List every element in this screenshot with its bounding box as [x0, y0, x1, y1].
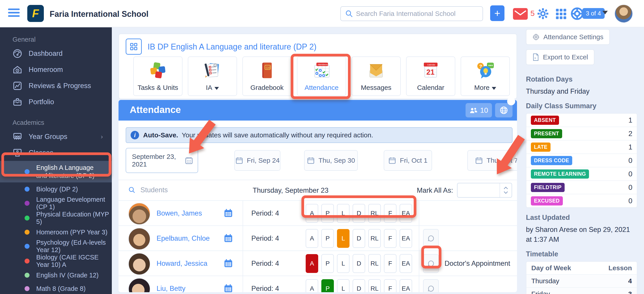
sidebar-class-english-iv[interactable]: English IV (Grade 12) [0, 268, 112, 282]
sidebar-class-language-development[interactable]: Language Development (CP 1) [0, 196, 112, 211]
status-button-present[interactable]: P [321, 229, 334, 248]
class-color-dot [24, 187, 30, 192]
hamburger-menu-icon[interactable] [8, 9, 20, 18]
account-switch-badge[interactable]: 3 of 4 [582, 8, 605, 19]
student-calendar-icon[interactable] [223, 233, 234, 243]
student-calendar-icon[interactable] [223, 258, 234, 268]
summary-row-late: LATE 1 [526, 140, 637, 154]
tab-gradebook[interactable]: GB Gradebook [242, 56, 292, 96]
status-button-present[interactable]: P [321, 254, 334, 273]
timetable-header-row: Day of Week Lesson [526, 262, 637, 274]
status-button-dresscode[interactable]: D [353, 279, 365, 292]
mark-all-select[interactable] [457, 183, 512, 198]
comment-button[interactable] [423, 279, 439, 292]
date-tab-oct1[interactable]: Fri, Oct 1 [384, 150, 432, 171]
sidebar-item-portfolio[interactable]: Portfolio [0, 94, 112, 110]
comment-button[interactable] [423, 229, 439, 248]
summary-count: 0 [628, 197, 632, 205]
tab-ia[interactable]: 5 IA [188, 56, 237, 96]
class-color-dot [24, 216, 30, 220]
export-excel-button[interactable]: x Export to Excel [526, 49, 594, 65]
status-button-remote[interactable]: RL [368, 254, 381, 273]
sidebar-item-homeroom[interactable]: Homeroom [0, 62, 112, 78]
grid-icon [130, 42, 138, 51]
globe-button[interactable] [495, 103, 512, 117]
calendar-icon [235, 157, 243, 165]
student-name-link[interactable]: Bowen, James [156, 209, 202, 217]
apps-grid-icon[interactable] [554, 7, 568, 20]
puzzle-icon [148, 59, 168, 82]
status-button-group: A P L D RL F EA [306, 279, 412, 292]
status-button-absent[interactable]: A [306, 229, 318, 248]
student-name-link[interactable]: Howard, Jessica [156, 259, 207, 267]
date-tab-sep30[interactable]: Thu, Sep 30 [304, 150, 358, 171]
status-button-excused[interactable]: EA [400, 279, 412, 292]
search-input[interactable]: Search Faria International School [340, 6, 483, 21]
summary-row-excused: EXCUSED 0 [526, 194, 637, 207]
status-badge: EXCUSED [531, 196, 563, 206]
school-logo[interactable]: F [27, 5, 44, 22]
status-button-excused[interactable]: EA [400, 254, 412, 273]
period-label: Period: 4 [251, 284, 279, 292]
student-name-link[interactable]: Epelbaum, Chloe [156, 234, 210, 242]
status-button-absent-selected[interactable]: A [306, 254, 318, 273]
summary-count: 2 [628, 129, 632, 138]
sidebar-item-reviews-progress[interactable]: Reviews & Progress [0, 78, 112, 94]
date-tab-sep24[interactable]: Fri, Sep 24 [234, 150, 280, 171]
support-lifering-icon[interactable] [571, 7, 584, 20]
tab-calendar[interactable]: Calendar21 Calendar [406, 56, 455, 96]
status-button-late[interactable]: L [337, 279, 350, 292]
sidebar-label: Portfolio [28, 98, 54, 106]
tab-label: Messages [361, 84, 392, 91]
status-button-dresscode[interactable]: D [353, 254, 365, 273]
student-name-link[interactable]: Liu, Betty [156, 284, 185, 292]
tab-messages[interactable]: Messages [352, 56, 401, 96]
sidebar-class-homeroom-pyp[interactable]: Homeroom (PYP Year 3) [0, 225, 112, 239]
student-row-liu: Liu, Betty Period: 4 A P L D RL F EA [118, 276, 517, 292]
caret-down-icon [214, 87, 219, 90]
status-button-late[interactable]: L [337, 254, 350, 273]
select-stepper-icon[interactable] [500, 183, 512, 197]
status-button-fieldtrip[interactable]: F [384, 229, 396, 248]
sidebar-class-biology-dp2[interactable]: Biology (DP 2) [0, 182, 112, 196]
sidebar-class-math-8[interactable]: Math 8 (Grade 8) [0, 282, 112, 294]
status-button-remote[interactable]: RL [368, 229, 381, 248]
sidebar-label: Year Groups [28, 133, 67, 141]
school-name: Faria International School [50, 10, 148, 19]
student-calendar-icon[interactable] [223, 208, 234, 218]
date-tab-label: Fri, Sep 24 [247, 157, 280, 164]
sidebar-item-dashboard[interactable]: Dashboard [0, 46, 112, 62]
status-button-dresscode[interactable]: D [353, 229, 365, 248]
add-button[interactable]: + [490, 5, 504, 21]
status-button-present-selected[interactable]: P [321, 279, 334, 292]
search-icon[interactable] [128, 186, 136, 194]
status-button-excused[interactable]: EA [400, 229, 412, 248]
status-button-absent[interactable]: A [306, 279, 318, 292]
messages-count-badge: 5 [530, 9, 535, 18]
class-grid-button[interactable] [126, 39, 142, 55]
status-button-remote[interactable]: RL [368, 279, 381, 292]
status-button-fieldtrip[interactable]: F [384, 279, 396, 292]
summary-row-dress-code: DRESS CODE 0 [526, 154, 637, 167]
sidebar-class-psychology[interactable]: Psychology (Ed A-levels Year 12) [0, 239, 112, 254]
account-caret-icon[interactable] [602, 11, 608, 14]
sidebar-class-physical-education[interactable]: Physical Education (MYP 5) [0, 211, 112, 225]
sidebar-class-biology-caie[interactable]: Biology (CAIE IGCSE Year 10) A [0, 254, 112, 268]
student-count-button[interactable]: 10 [466, 103, 492, 117]
user-avatar[interactable] [614, 5, 633, 23]
more-help-icon: ? [475, 59, 496, 82]
settings-gear-icon[interactable] [536, 7, 550, 20]
status-button-late-selected[interactable]: L [337, 229, 350, 248]
student-calendar-icon[interactable] [223, 283, 234, 292]
status-button-group: A P L D RL F EA [306, 254, 412, 273]
messages-icon[interactable] [513, 8, 528, 20]
status-button-fieldtrip[interactable]: F [384, 254, 396, 273]
daily-summary-card: ABSENT 1 PRESENT 2 LATE 1 DRESS CODE 0 R… [526, 113, 637, 208]
sidebar-item-year-groups[interactable]: Year Groups › [0, 129, 112, 145]
summary-count: 1 [628, 143, 632, 151]
globe-icon [499, 106, 508, 115]
attendance-settings-button[interactable]: Attendance Settings [526, 29, 610, 45]
tab-tasks-units[interactable]: Tasks & Units [133, 56, 182, 96]
tab-more[interactable]: ? More [461, 56, 510, 96]
tab-label: More [474, 84, 496, 91]
